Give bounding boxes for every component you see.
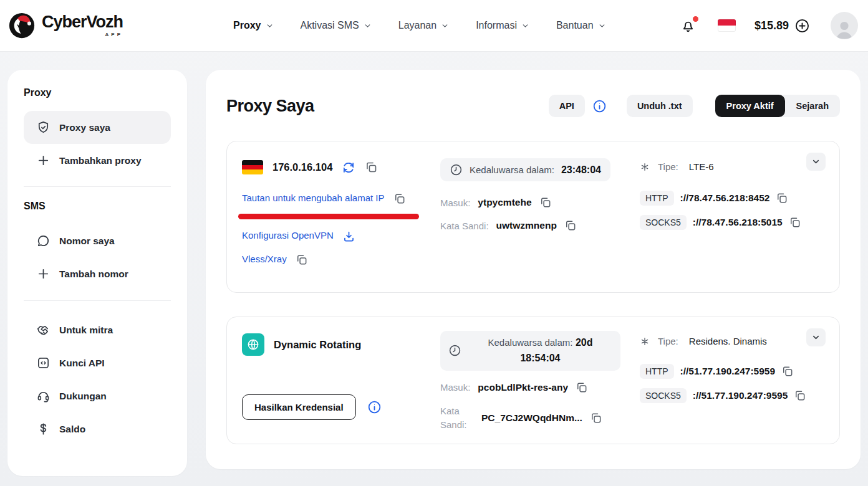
expiry-value: 23:48:04 [561, 164, 601, 176]
protocol-badge: HTTP [640, 191, 674, 206]
sidebar-item-untuk-mitra[interactable]: Untuk mitra [24, 313, 171, 346]
nav-item-layanan[interactable]: Layanan [398, 20, 449, 31]
sidebar-item-label: Tambah nomor [59, 269, 128, 280]
clock-icon [450, 163, 463, 176]
proxy-panel: Proxy Saya API Unduh .txt Proxy Aktif Se… [206, 70, 861, 469]
protocol-badge: HTTP [640, 364, 674, 379]
sidebar-item-label: Dukungan [59, 391, 107, 402]
download-openvpn-button[interactable] [342, 230, 355, 243]
card-col-right: Tipe: LTE-6 HTTP ://78.47.56.218:8452 [640, 155, 824, 279]
sidebar-item-saldo[interactable]: Saldo [24, 412, 171, 446]
brand-logo[interactable]: CyberVozh APP [7, 11, 123, 40]
expiry-days: 20d [576, 337, 593, 348]
login-value: ytpycmtehe [478, 197, 531, 208]
main-nav: Proxy Aktivasi SMS Layanan Informasi Ban… [233, 20, 606, 31]
download-txt-button[interactable]: Unduh .txt [627, 95, 693, 117]
copy-socks5-endpoint-button[interactable] [794, 389, 806, 402]
sidebar-item-label: Proxy saya [59, 122, 110, 133]
sidebar: Proxy Proxy saya Tambahkan proxy SMS Nom… [7, 70, 187, 476]
copy-vless-button[interactable] [296, 254, 308, 266]
expand-card-button[interactable] [806, 153, 826, 171]
user-avatar[interactable] [831, 12, 858, 39]
copy-icon [296, 254, 308, 266]
sidebar-item-nomor-saya[interactable]: Nomor saya [24, 224, 171, 257]
top-up-balance-button[interactable] [794, 18, 810, 34]
copy-icon [564, 219, 577, 232]
proxy-card-lte: 176.0.16.104 Taut [226, 141, 840, 293]
expiry-time: 18:54:04 [520, 353, 560, 363]
expand-card-button[interactable] [806, 328, 826, 346]
generate-credentials-row: Hasilkan Kredensial [242, 394, 440, 420]
generate-credentials-button[interactable]: Hasilkan Kredensial [242, 394, 356, 420]
chevron-down-icon [266, 22, 274, 30]
nav-item-label: Bantuan [556, 20, 594, 31]
endpoint-address: ://78.47.56.218:8452 [680, 193, 770, 204]
asterisk-icon [640, 162, 650, 172]
copy-password-button[interactable] [590, 412, 602, 424]
type-value: LTE-6 [689, 161, 714, 172]
copy-login-button[interactable] [576, 381, 588, 394]
notification-badge-dot [693, 16, 698, 22]
copy-icon [789, 216, 801, 229]
sidebar-item-kunci-api[interactable]: Kunci API [24, 346, 171, 379]
generate-info-icon[interactable] [367, 400, 382, 414]
brand-text: CyberVozh APP [42, 14, 123, 37]
copy-change-ip-link-button[interactable] [393, 193, 406, 205]
copy-icon [794, 389, 806, 402]
password-label: Kata Sandi: [440, 221, 489, 231]
sidebar-item-tambahkan-proxy[interactable]: Tambahkan proxy [24, 144, 171, 177]
api-key-icon [36, 356, 51, 370]
api-button[interactable]: API [549, 95, 585, 117]
tab-proxy-aktif[interactable]: Proxy Aktif [715, 95, 785, 117]
info-circle-icon [592, 99, 607, 113]
type-value: Residens. Dinamis [689, 336, 767, 346]
nav-item-proxy[interactable]: Proxy [233, 20, 273, 31]
panel-header: Proxy Saya API Unduh .txt Proxy Aktif Se… [226, 95, 840, 117]
openvpn-config-link[interactable]: Konfigurasi OpenVPN [242, 228, 334, 242]
protocol-badge: SOCKS5 [640, 215, 687, 230]
sidebar-item-label: Kunci API [59, 358, 105, 369]
expiry-pill: Kedaluwarsa dalam: 20d 18:54:04 [440, 331, 620, 371]
login-row: Masuk: pcobLdlPkt-res-any [440, 381, 640, 394]
nav-item-aktivasi-sms[interactable]: Aktivasi SMS [301, 20, 372, 31]
proxy-ip: 176.0.16.104 [272, 161, 332, 173]
plus-icon [36, 153, 51, 168]
vless-xray-link[interactable]: Vless/Xray [242, 252, 287, 266]
change-ip-link[interactable]: Tautan untuk mengubah alamat IP [242, 191, 385, 205]
card-col-left: Dynamic Rotating Hasilkan Kredensial [242, 331, 440, 443]
country-flag-germany [242, 160, 263, 174]
copy-icon [576, 381, 588, 394]
sidebar-item-label: Nomor saya [59, 236, 115, 247]
nav-item-label: Informasi [476, 20, 517, 31]
endpoint-address: ://51.77.190.247:9595 [693, 390, 788, 401]
sidebar-divider [24, 300, 171, 301]
globe-icon [242, 333, 264, 356]
refresh-ip-button[interactable] [342, 161, 355, 174]
sidebar-item-dukungan[interactable]: Dukungan [24, 379, 171, 412]
nav-item-bantuan[interactable]: Bantuan [556, 20, 606, 31]
language-flag-indonesia[interactable] [718, 19, 736, 32]
copy-icon [781, 365, 794, 378]
tab-sejarah[interactable]: Sejarah [785, 95, 840, 117]
login-row: Masuk: ytpycmtehe [440, 196, 640, 209]
copy-http-endpoint-button[interactable] [781, 365, 794, 378]
proxy-identity-row: Dynamic Rotating [242, 333, 440, 356]
notifications-button[interactable] [680, 18, 696, 34]
api-info-icon[interactable] [592, 99, 607, 113]
type-row: Tipe: Residens. Dinamis [640, 336, 824, 346]
chevron-down-icon [521, 22, 529, 30]
nav-item-informasi[interactable]: Informasi [476, 20, 529, 31]
sidebar-item-tambah-nomor[interactable]: Tambah nomor [24, 257, 171, 290]
copy-password-button[interactable] [564, 219, 577, 232]
copy-http-endpoint-button[interactable] [776, 192, 788, 204]
copy-ip-button[interactable] [365, 161, 378, 174]
credentials: Masuk: pcobLdlPkt-res-any Kata Sandi: PC… [440, 381, 640, 432]
copy-socks5-endpoint-button[interactable] [789, 216, 801, 229]
info-circle-icon [367, 400, 382, 414]
card-col-right: Tipe: Residens. Dinamis HTTP ://51.77.19… [640, 331, 824, 443]
copy-login-button[interactable] [539, 196, 552, 209]
expiry-text: Kedaluwarsa dalam: 20d 18:54:04 [468, 335, 612, 366]
sidebar-item-proxy-saya[interactable]: Proxy saya [24, 111, 171, 144]
refresh-icon [342, 161, 355, 174]
vless-link-row: Vless/Xray [242, 252, 440, 266]
